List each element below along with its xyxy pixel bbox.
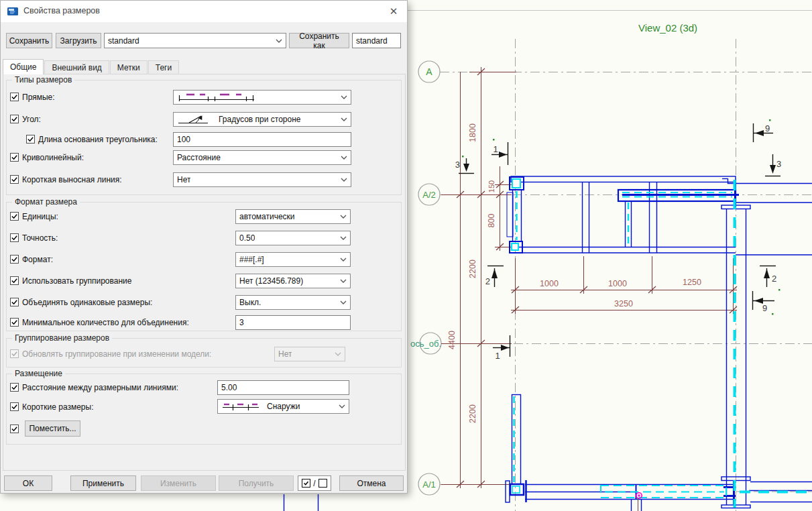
grid-label-axis: ось_об. (410, 339, 441, 349)
short-extension-checkbox[interactable] (10, 175, 19, 184)
angle-label: Угол: (22, 115, 41, 124)
section-label-2-right: 2 (772, 274, 776, 284)
close-icon[interactable]: ✕ (380, 1, 407, 22)
modify-button: Изменить (141, 475, 216, 491)
straight-label: Прямые: (22, 93, 55, 102)
tab-bar: Общие Внешний вид Метки Теги (3, 59, 180, 74)
use-grouping-select[interactable]: Нет (123456.789) (235, 274, 351, 288)
dim-1000-a: 1000 (540, 279, 559, 288)
precision-select[interactable]: 0.50 (235, 231, 351, 245)
tab-general[interactable]: Общие (3, 59, 44, 74)
line-distance-checkbox[interactable] (10, 383, 19, 392)
triangle-base-checkbox[interactable] (26, 135, 35, 144)
place-checkbox[interactable] (10, 424, 19, 433)
update-grouping-checkbox (10, 349, 19, 358)
dim-2200-upper: 2200 (468, 260, 477, 278)
chevron-down-icon (341, 117, 347, 121)
combine-equal-select[interactable]: Выкл. (235, 295, 351, 310)
triangle-base-label: Длина основания треугольника: (38, 135, 158, 144)
chevron-down-icon (339, 404, 345, 408)
angle-checkbox[interactable] (10, 115, 19, 123)
combine-equal-checkbox[interactable] (10, 298, 19, 306)
straight-select[interactable] (173, 90, 351, 105)
angle-dimension-icon (177, 114, 212, 125)
dimension-properties-dialog: Свойства размеров ✕ Сохранить Загрузить … (0, 0, 408, 494)
short-dims-select[interactable]: Снаружи (217, 399, 349, 414)
chevron-down-icon (341, 95, 347, 99)
view-title[interactable]: View_02 (3d) (638, 22, 697, 34)
chevron-down-icon (340, 279, 347, 283)
precision-checkbox[interactable] (10, 233, 19, 242)
section-label-9-bottom: 9 (762, 303, 767, 313)
line-distance-input[interactable] (217, 380, 349, 395)
min-count-checkbox[interactable] (10, 318, 19, 327)
section-mark-3-left (459, 158, 474, 174)
selected-beam-top[interactable] (618, 190, 739, 201)
section-label-1-top: 1 (493, 144, 498, 154)
straight-checkbox[interactable] (10, 93, 19, 101)
save-button[interactable]: Сохранить (6, 33, 52, 48)
save-as-button[interactable]: Сохранить как (289, 33, 349, 48)
use-grouping-label: Использовать группирование (22, 276, 131, 286)
chevron-down-icon (340, 236, 347, 240)
group-title: Формат размера (12, 197, 80, 207)
group-title: Типы размеров (12, 75, 74, 84)
tab-tags[interactable]: Теги (148, 60, 179, 74)
format-checkbox[interactable] (10, 255, 19, 264)
angle-select[interactable]: Градусов при стороне (173, 112, 351, 127)
triangle-base-input[interactable] (173, 132, 351, 147)
section-label-2-left: 2 (485, 276, 490, 286)
use-grouping-checkbox[interactable] (10, 276, 19, 285)
min-count-label: Минимальное количество для объединения: (22, 318, 189, 327)
grid-label-a2: А/2 (422, 190, 436, 200)
dialog-titlebar[interactable]: Свойства размеров ✕ (1, 1, 407, 22)
dim-1800: 1800 (468, 123, 477, 142)
chevron-down-icon (341, 178, 347, 182)
line-distance-label: Расстояние между размерными линиями: (22, 383, 178, 392)
dim-4400: 4400 (447, 331, 457, 349)
curved-label: Криволинейный: (22, 153, 84, 162)
checked-box-icon (302, 479, 310, 488)
dialog-title: Свойства размеров (23, 6, 100, 15)
section-label-3-right: 3 (776, 159, 781, 169)
dim-2200-lower: 2200 (468, 404, 477, 423)
format-select[interactable]: ###[.#] (235, 252, 351, 267)
save-as-name-input[interactable] (352, 33, 401, 48)
profile-select[interactable]: standard (104, 33, 286, 48)
min-count-input[interactable] (235, 315, 351, 330)
toggle-separator: / (313, 479, 315, 488)
dim-150: 150 (487, 180, 496, 192)
format-label: Формат: (22, 255, 53, 264)
curved-checkbox[interactable] (10, 153, 19, 162)
section-marks[interactable] (459, 123, 780, 357)
cancel-button[interactable]: Отмена (339, 475, 404, 491)
chevron-down-icon (341, 156, 347, 160)
section-mark-9-top (753, 123, 773, 142)
chevron-down-icon (276, 39, 282, 43)
units-checkbox[interactable] (10, 212, 19, 221)
dimension-texts[interactable]: 4400 1800 2200 2200 150 800 1000 1000 12… (447, 123, 701, 423)
grid-label-a1: А/1 (422, 479, 436, 490)
curved-select[interactable]: Расстояние (173, 150, 351, 165)
dim-1250: 1250 (683, 278, 701, 287)
section-mark-labels: 1 1 3 3 2 2 9 9 (455, 123, 781, 361)
toggle-all-checkboxes-button[interactable]: / (298, 475, 331, 491)
short-extension-label: Короткая выносная линия: (22, 175, 122, 184)
tekla-app-icon (7, 6, 18, 17)
grid-label-a: А (426, 66, 432, 77)
place-button[interactable]: Поместить... (25, 420, 80, 437)
group-title: Группирование размеров (12, 333, 112, 343)
straight-dimension-preview-icon (177, 93, 256, 102)
ok-button[interactable]: ОК (4, 475, 52, 491)
units-select[interactable]: автоматически (235, 209, 351, 224)
short-extension-select[interactable]: Нет (173, 172, 351, 187)
tab-appearance[interactable]: Внешний вид (44, 60, 109, 74)
apply-button[interactable]: Применить (70, 475, 136, 491)
short-dims-checkbox[interactable] (10, 402, 19, 411)
tab-marks[interactable]: Метки (110, 60, 148, 74)
dim-800: 800 (487, 214, 496, 228)
chevron-down-icon (340, 258, 347, 262)
precision-label: Точность: (22, 233, 58, 243)
load-button[interactable]: Загрузить (56, 33, 101, 48)
selected-beam-bottom[interactable] (601, 486, 726, 498)
